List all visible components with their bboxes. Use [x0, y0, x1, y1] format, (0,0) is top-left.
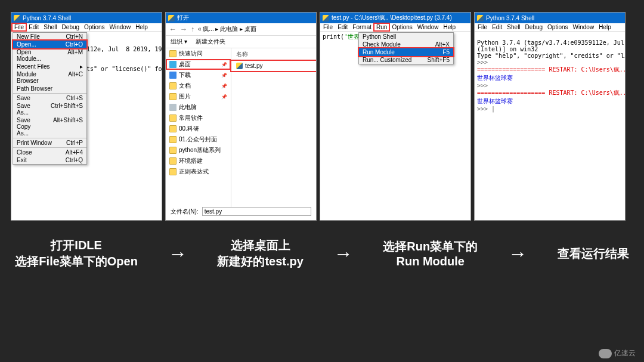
python-icon [477, 15, 484, 21]
menu-bar: File Edit Shell Debug Options Window Hel… [11, 23, 162, 32]
menu-edit[interactable]: Edit [336, 24, 349, 30]
menu-item[interactable]: Module BrowserAlt+C [13, 70, 86, 85]
file-item[interactable]: test.py [231, 61, 316, 71]
idle-shell-window: Python 3.7.4 Shell File Edit Shell Debug… [11, 12, 162, 221]
menu-item[interactable]: Run ModuleF5 [359, 48, 453, 56]
menu-item[interactable]: Open Module...Alt+M [13, 48, 86, 63]
tree-item[interactable]: 桌面📌 [166, 59, 231, 70]
column-name[interactable]: 名称 [231, 48, 316, 61]
filename-label: 文件名(N): [171, 208, 199, 216]
tree-item[interactable]: 环境搭建 [166, 156, 231, 166]
watermark-text: 亿速云 [614, 348, 636, 358]
menu-item[interactable]: SaveCtrl+S [13, 94, 86, 102]
caption-3: 选择Run菜单下的 Run Module [383, 239, 478, 268]
caption-line: 选择桌面上 [217, 237, 303, 253]
menu-item[interactable]: Save Copy As...Alt+Shift+S [13, 116, 86, 137]
back-icon[interactable]: ← [169, 25, 177, 33]
titlebar: Python 3.7.4 Shell [11, 13, 162, 23]
menu-file[interactable]: File [13, 24, 26, 30]
menu-format[interactable]: Format [351, 24, 373, 30]
python-icon [323, 15, 329, 21]
tree-item[interactable]: 文档📌 [166, 81, 231, 91]
python-file-icon [236, 63, 243, 69]
file-name: test.py [245, 63, 262, 69]
out-print: 世界杯篮球赛 [477, 75, 513, 81]
menu-shell[interactable]: Shell [505, 24, 522, 30]
shell-text: 59112e, Jul 8 2019, 19:29:22) [79, 46, 159, 52]
tree-item[interactable]: 图片📌 [166, 91, 231, 102]
menu-edit[interactable]: Edit [27, 24, 41, 30]
menu-debug[interactable]: Debug [60, 24, 81, 30]
menu-options[interactable]: Options [390, 24, 414, 30]
menu-edit[interactable]: Edit [490, 24, 504, 30]
menu-options[interactable]: Options [546, 24, 569, 30]
organize-button[interactable]: 组织 ▾ [171, 38, 187, 46]
menu-bar: File Edit Format Run Options Window Help [320, 23, 470, 32]
up-icon[interactable]: ↑ [191, 25, 194, 33]
caption-4: 查看运行结果 [558, 246, 629, 262]
out-print: 世界杯篮球赛 [477, 98, 513, 104]
new-folder-button[interactable]: 新建文件夹 [196, 38, 225, 46]
tree-item[interactable]: 快速访问 [166, 48, 231, 59]
python-icon [168, 15, 175, 21]
menu-item[interactable]: ExitCtrl+Q [13, 156, 86, 164]
python-icon [14, 15, 20, 21]
menu-window[interactable]: Window [571, 24, 596, 30]
tree-item[interactable]: 此电脑 [166, 102, 231, 113]
code-kw: print( [323, 33, 344, 40]
menu-item[interactable]: New FileCtrl+N [13, 33, 86, 41]
window-title: test.py - C:\Users\疯.. \Desktop\test.py … [332, 14, 452, 22]
window-title: Python 3.7.4 Shell [23, 15, 71, 21]
shell-text: dits" or "license()" for more i [79, 66, 159, 72]
file-list: 名称 test.py [231, 48, 316, 215]
tree-item[interactable]: 下载📌 [166, 70, 231, 81]
titlebar: 打开 [166, 13, 316, 23]
menu-item[interactable]: Recent Files▸ [13, 63, 86, 70]
out-prompt: >>> [477, 59, 491, 66]
menu-item[interactable]: Print WindowCtrl+P [13, 139, 86, 147]
menu-item[interactable]: Check ModuleAlt+X [359, 41, 453, 48]
titlebar: Python 3.7.4 Shell [475, 13, 625, 23]
menu-item[interactable]: Save As...Ctrl+Shift+S [13, 102, 86, 116]
out-restart: =================== RESTART: C:\Users\疯.… [477, 66, 625, 73]
menu-item[interactable]: Open...Ctrl+O [13, 41, 86, 48]
menu-item[interactable]: Path Browser [13, 85, 86, 92]
menu-item[interactable]: Python Shell [359, 33, 453, 41]
idle-shell-output-window: Python 3.7.4 Shell File Edit Shell Debug… [474, 12, 626, 221]
menu-file[interactable]: File [321, 24, 335, 30]
breadcrumb[interactable]: « 疯... ▸ 此电脑 ▸ 桌面 [198, 25, 312, 33]
menu-help[interactable]: Help [597, 24, 613, 30]
editor-window: test.py - C:\Users\疯.. \Desktop\test.py … [320, 12, 471, 221]
nav-tree: 快速访问桌面📌下载📌文档📌图片📌此电脑常用软件00.科研01.公众号封面pyth… [166, 48, 231, 215]
menu-window[interactable]: Window [416, 24, 441, 30]
out-prompt: >>> [477, 82, 491, 89]
forward-icon[interactable]: → [180, 25, 187, 33]
menu-shell[interactable]: Shell [42, 24, 58, 30]
menu-help[interactable]: Help [441, 24, 457, 30]
out-restart: =================== RESTART: C:\Users\疯.… [477, 89, 625, 96]
menu-debug[interactable]: Debug [524, 24, 544, 30]
caption-line: 选择File菜单下的Open [15, 253, 138, 270]
filename-input[interactable] [202, 207, 311, 216]
arrow-icon: → [334, 243, 353, 265]
window-title: Python 3.7.4 Shell [486, 15, 534, 21]
tree-item[interactable]: 01.公众号封面 [166, 134, 231, 145]
tree-item[interactable]: 常用软件 [166, 113, 231, 123]
menu-file[interactable]: File [476, 24, 489, 30]
tree-item[interactable]: python基础系列 [166, 145, 231, 156]
menu-item[interactable]: Run... CustomizedShift+F5 [359, 56, 453, 64]
tree-item[interactable]: 正则表达式 [166, 166, 231, 177]
watermark: 亿速云 [599, 348, 636, 358]
dialog-footer: 文件名(N): [166, 205, 316, 218]
menu-item[interactable]: CloseAlt+F4 [13, 148, 86, 156]
menu-options[interactable]: Options [82, 24, 106, 30]
menu-window[interactable]: Window [108, 24, 133, 30]
tree-item[interactable]: 00.科研 [166, 123, 231, 134]
menu-help[interactable]: Help [134, 24, 150, 30]
caption-line: 选择Run菜单下的 [383, 239, 478, 255]
out: Python 3.7.4 (tags/v3.7.4:e09359112e, Ju… [477, 39, 625, 46]
window-title: 打开 [177, 14, 189, 22]
menu-run[interactable]: Run [374, 24, 389, 30]
shell-output: Python 3.7.4 (tags/v3.7.4:e09359112e, Ju… [475, 32, 625, 113]
caption-line: 打开IDLE [15, 237, 138, 253]
